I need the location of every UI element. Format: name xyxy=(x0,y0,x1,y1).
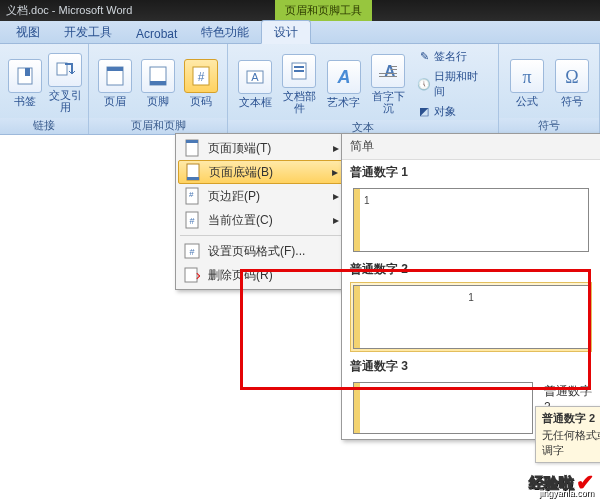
page-margin-icon: # xyxy=(182,186,202,206)
tooltip-body: 无任何格式或强调字 xyxy=(542,428,600,458)
group-headerfooter-label: 页眉和页脚 xyxy=(89,118,227,134)
crossref-button[interactable]: 交叉引用 xyxy=(48,53,82,113)
tab-special[interactable]: 特色功能 xyxy=(189,21,261,43)
svg-text:#: # xyxy=(189,247,194,257)
tab-view[interactable]: 视图 xyxy=(4,21,52,43)
gallery-item-1[interactable]: 1 xyxy=(350,185,592,255)
pagenumber-gallery: 简单 普通数字 1 1 普通数字 2 1 普通数字 3 普通数字 2 xyxy=(341,133,600,440)
object-button[interactable]: ◩对象 xyxy=(413,103,490,120)
wordart-button[interactable]: A 艺术字 xyxy=(325,60,363,108)
gallery-item-3[interactable] xyxy=(350,379,536,437)
bookmark-icon xyxy=(8,59,42,93)
pagenumber-icon: # xyxy=(184,59,218,93)
gallery-head: 简单 xyxy=(342,134,600,160)
signature-icon: ✎ xyxy=(417,50,431,64)
group-links-label: 链接 xyxy=(0,118,88,134)
equation-icon: π xyxy=(510,59,544,93)
svg-rect-23 xyxy=(186,140,198,143)
svg-text:#: # xyxy=(189,216,194,226)
text-small-items: ✎签名行 🕔日期和时间 ◩对象 xyxy=(413,48,490,120)
symbol-icon: Ω xyxy=(555,59,589,93)
watermark-logo: 经验啦 ✔ jingyanla.com xyxy=(529,470,594,496)
svg-text:✕: ✕ xyxy=(195,270,200,282)
pagenumber-button[interactable]: # 页码 xyxy=(182,59,219,107)
menu-current-pos[interactable]: # 当前位置(C)▸ xyxy=(178,208,343,232)
svg-rect-19 xyxy=(379,76,397,77)
chevron-right-icon: ▸ xyxy=(333,141,339,155)
page-bottom-icon xyxy=(183,162,203,182)
svg-rect-6 xyxy=(150,81,166,85)
svg-text:A: A xyxy=(384,63,396,80)
pagenum-preview: 1 xyxy=(364,195,370,206)
header-button[interactable]: 页眉 xyxy=(97,59,134,107)
footer-icon xyxy=(141,59,175,93)
bookmark-button[interactable]: 书签 xyxy=(8,59,42,107)
menu-remove-pagenum[interactable]: ✕ 删除页码(R) xyxy=(178,263,343,287)
menu-format-pagenum[interactable]: # 设置页码格式(F)... xyxy=(178,239,343,263)
pagenumber-menu: 页面顶端(T)▸ 页面底端(B)▸ # 页边距(P)▸ # 当前位置(C)▸ #… xyxy=(175,133,346,290)
context-tab: 页眉和页脚工具 xyxy=(275,0,372,21)
tooltip-title: 普通数字 2 xyxy=(542,411,600,426)
crossref-icon xyxy=(48,53,82,87)
menu-page-top[interactable]: 页面顶端(T)▸ xyxy=(178,136,343,160)
tab-acrobat[interactable]: Acrobat xyxy=(124,24,189,43)
svg-text:π: π xyxy=(522,67,531,87)
group-text: A 文本框 文档部件 A 艺术字 A 首字下沉 xyxy=(228,44,499,134)
menu-separator xyxy=(180,235,341,236)
textbox-icon: A xyxy=(238,60,272,94)
ribbon-tabs: 视图 开发工具 Acrobat 特色功能 设计 xyxy=(0,21,600,44)
svg-rect-1 xyxy=(25,68,30,76)
dropcap-icon: A xyxy=(371,54,405,88)
window-title: 义档.doc - Microsoft Word xyxy=(6,3,132,18)
header-icon xyxy=(98,59,132,93)
group-links: 书签 交叉引用 链接 xyxy=(0,44,89,134)
svg-text:A: A xyxy=(336,67,350,87)
textbox-button[interactable]: A 文本框 xyxy=(236,60,274,108)
format-pagenum-icon: # xyxy=(182,241,202,261)
svg-rect-13 xyxy=(294,70,304,72)
datetime-icon: 🕔 xyxy=(417,77,431,91)
tab-design[interactable]: 设计 xyxy=(261,20,311,44)
wordart-icon: A xyxy=(327,60,361,94)
svg-rect-17 xyxy=(391,69,397,70)
gallery-item-2[interactable]: 1 xyxy=(350,282,592,352)
parts-button[interactable]: 文档部件 xyxy=(280,54,318,114)
parts-icon xyxy=(282,54,316,88)
chevron-right-icon: ▸ xyxy=(332,165,338,179)
tooltip: 普通数字 2 无任何格式或强调字 xyxy=(535,406,600,463)
svg-rect-4 xyxy=(107,67,123,71)
svg-text:A: A xyxy=(251,71,259,83)
signature-button[interactable]: ✎签名行 xyxy=(413,48,490,65)
group-headerfooter: 页眉 页脚 # 页码 页眉和页脚 xyxy=(89,44,228,134)
svg-text:Ω: Ω xyxy=(565,67,578,87)
svg-text:#: # xyxy=(197,70,204,84)
chevron-right-icon: ▸ xyxy=(333,189,339,203)
ribbon: 书签 交叉引用 链接 页眉 页脚 xyxy=(0,44,600,135)
svg-text:#: # xyxy=(189,190,194,199)
tab-dev[interactable]: 开发工具 xyxy=(52,21,124,43)
gallery-item-3-title: 普通数字 3 xyxy=(342,354,544,377)
datetime-button[interactable]: 🕔日期和时间 xyxy=(413,68,490,100)
pagenum-preview: 1 xyxy=(468,292,474,303)
remove-pagenum-icon: ✕ xyxy=(182,265,202,285)
gallery-item-1-title: 普通数字 1 xyxy=(342,160,600,183)
footer-button[interactable]: 页脚 xyxy=(140,59,177,107)
current-pos-icon: # xyxy=(182,210,202,230)
chevron-right-icon: ▸ xyxy=(333,213,339,227)
gallery-item-2-title: 普通数字 2 xyxy=(342,257,600,280)
page-top-icon xyxy=(182,138,202,158)
group-symbols: π 公式 Ω 符号 符号 xyxy=(499,44,600,134)
dropcap-button[interactable]: A 首字下沉 xyxy=(369,54,407,114)
object-icon: ◩ xyxy=(417,105,431,119)
svg-rect-16 xyxy=(391,66,397,67)
menu-page-bottom[interactable]: 页面底端(B)▸ xyxy=(178,160,343,184)
svg-rect-25 xyxy=(187,177,199,180)
equation-button[interactable]: π 公式 xyxy=(507,59,546,107)
menu-page-margin[interactable]: # 页边距(P)▸ xyxy=(178,184,343,208)
symbol-button[interactable]: Ω 符号 xyxy=(552,59,591,107)
svg-rect-12 xyxy=(294,66,304,68)
svg-rect-18 xyxy=(379,73,397,74)
group-symbols-label: 符号 xyxy=(499,118,599,134)
